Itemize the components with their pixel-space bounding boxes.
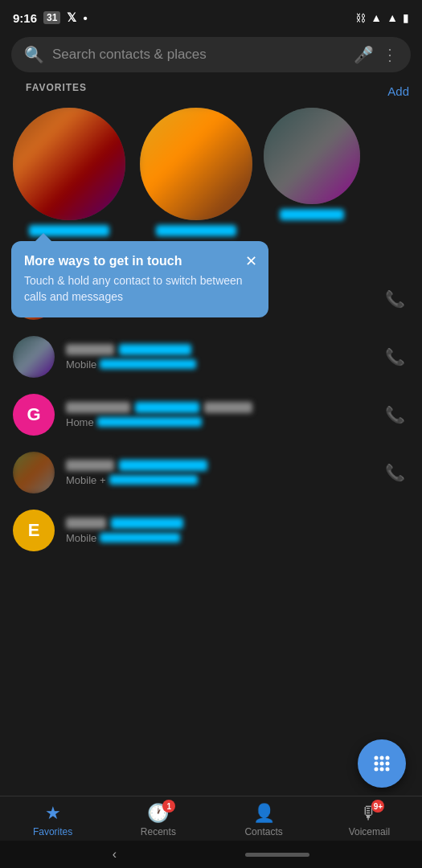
contact-call-type-2: Mobile — [66, 358, 96, 371]
avatar-image-2 — [140, 108, 252, 220]
contact-name-blur-2b — [119, 344, 191, 355]
avatar-image-1 — [13, 108, 125, 220]
contact-item-5[interactable]: E Mobile — [0, 502, 422, 559]
contact-info-4: Mobile + — [66, 460, 369, 486]
voicemail-nav-label: Voicemail — [349, 826, 390, 837]
favorite-item-3[interactable] — [264, 108, 360, 236]
add-favorites-button[interactable]: Add — [387, 84, 409, 98]
avatar-image-3 — [264, 108, 360, 204]
home-indicator[interactable] — [245, 853, 309, 857]
calendar-icon: 31 — [43, 11, 60, 24]
signal-icon: ▲ — [387, 11, 398, 24]
mic-icon[interactable]: 🎤 — [354, 45, 374, 64]
contact-call-type-3: Home — [66, 416, 94, 428]
contact-avatar-2 — [13, 336, 55, 378]
contact-name-blur-2a — [66, 344, 114, 355]
back-button[interactable]: ‹ — [113, 847, 117, 862]
battery-icon: ▮ — [403, 11, 409, 24]
call-button-3[interactable]: 📞 — [380, 400, 409, 429]
contact-info-2: Mobile — [66, 344, 369, 371]
contact-name-blur-4a — [66, 460, 114, 471]
contact-call-type-4: Mobile + — [66, 474, 106, 486]
tooltip-body: Touch & hold any contact to switch betwe… — [24, 273, 256, 305]
favorites-label: FAVORITES — [13, 82, 100, 100]
svg-point-0 — [375, 756, 379, 760]
links-icon: ⛓ — [355, 12, 366, 24]
contact-avatar-img-2 — [13, 336, 55, 378]
bottom-nav: ★ Favorites 🕐 1 Recents 👤 Contacts 🎙 9+ … — [0, 796, 422, 841]
contact-type-5: Mobile — [66, 532, 409, 544]
contact-name-row-4 — [66, 460, 369, 471]
contact-phone-blur-5 — [100, 533, 180, 542]
contact-name-row-2 — [66, 344, 369, 355]
contact-info-5: Mobile — [66, 518, 409, 544]
favorites-nav-label: Favorites — [33, 826, 72, 837]
tooltip-close-button[interactable]: ✕ — [245, 252, 257, 270]
favorites-nav-icon: ★ — [45, 803, 61, 824]
call-button-2[interactable]: 📞 — [380, 342, 409, 371]
contact-avatar-letter-e: E — [13, 510, 55, 551]
contact-item-2[interactable]: Mobile 📞 — [0, 328, 422, 386]
search-icon: 🔍 — [24, 45, 44, 64]
tooltip: More ways to get in touch Touch & hold a… — [11, 241, 268, 317]
dialpad-fab[interactable] — [358, 739, 406, 788]
more-options-icon[interactable]: ⋮ — [382, 45, 398, 64]
contact-avatar-4 — [13, 452, 55, 493]
recents-nav-label: Recents — [141, 826, 176, 837]
status-time: 9:16 — [13, 11, 37, 25]
svg-point-3 — [375, 762, 379, 766]
contact-info-3: Home — [66, 402, 369, 428]
nav-item-recents[interactable]: 🕐 1 Recents — [105, 803, 211, 837]
status-bar: 9:16 31 𝕏 • ⛓ ▲ ▲ ▮ — [0, 0, 422, 32]
contact-phone-blur-2 — [100, 359, 196, 369]
dialpad-icon — [371, 752, 393, 775]
contact-name-row-3 — [66, 402, 369, 413]
svg-point-2 — [386, 756, 390, 760]
svg-point-5 — [386, 762, 390, 766]
voicemail-badge: 9+ — [371, 800, 384, 813]
contacts-nav-icon: 👤 — [253, 803, 275, 824]
dot-indicator: • — [83, 11, 87, 25]
contact-name-row-5 — [66, 518, 409, 529]
favorite-item-2[interactable] — [137, 108, 256, 236]
contact-type-2: Mobile — [66, 358, 369, 371]
contact-item-4[interactable]: Mobile + 📞 — [0, 444, 422, 502]
status-right-icons: ⛓ ▲ ▲ ▮ — [355, 11, 409, 24]
contact-type-3: Home — [66, 416, 369, 428]
contact-avatar-letter-g: G — [13, 394, 55, 436]
favorite-name-2 — [156, 225, 236, 236]
system-nav: ‹ — [0, 841, 422, 868]
favorites-row — [0, 108, 422, 249]
recents-badge-wrapper: 🕐 1 — [147, 803, 169, 824]
nav-item-contacts[interactable]: 👤 Contacts — [211, 803, 317, 837]
recents-badge: 1 — [162, 800, 175, 813]
favorite-item-1[interactable] — [10, 108, 129, 236]
contact-avatar-3: G — [13, 394, 55, 436]
favorite-avatar-3 — [264, 108, 360, 204]
contact-name-blur-5a — [66, 518, 106, 529]
contacts-nav-label: Contacts — [244, 826, 282, 837]
svg-point-4 — [380, 762, 384, 766]
svg-point-1 — [380, 756, 384, 760]
contact-name-blur-5b — [111, 518, 183, 529]
favorites-header: FAVORITES Add — [0, 82, 422, 108]
contact-item-3[interactable]: G Home 📞 — [0, 386, 422, 444]
favorite-avatar-2 — [140, 108, 252, 220]
nav-item-favorites[interactable]: ★ Favorites — [0, 803, 105, 837]
search-input[interactable] — [52, 47, 346, 63]
call-button-1[interactable]: 📞 — [380, 285, 409, 313]
nav-item-voicemail[interactable]: 🎙 9+ Voicemail — [317, 803, 422, 837]
contact-name-blur-4b — [119, 460, 207, 471]
contact-phone-blur-4 — [109, 475, 198, 485]
contact-type-4: Mobile + — [66, 474, 369, 486]
tooltip-title: More ways to get in touch — [24, 254, 256, 268]
favorite-name-3 — [280, 209, 344, 220]
contact-name-blur-3a — [66, 402, 130, 413]
voicemail-badge-wrapper: 🎙 9+ — [360, 803, 378, 824]
svg-point-7 — [380, 768, 384, 772]
svg-point-8 — [386, 768, 390, 772]
favorite-avatar-1 — [13, 108, 125, 220]
call-button-4[interactable]: 📞 — [380, 458, 409, 487]
contact-name-blur-3c — [204, 402, 252, 413]
search-bar[interactable]: 🔍 🎤 ⋮ — [11, 37, 411, 72]
